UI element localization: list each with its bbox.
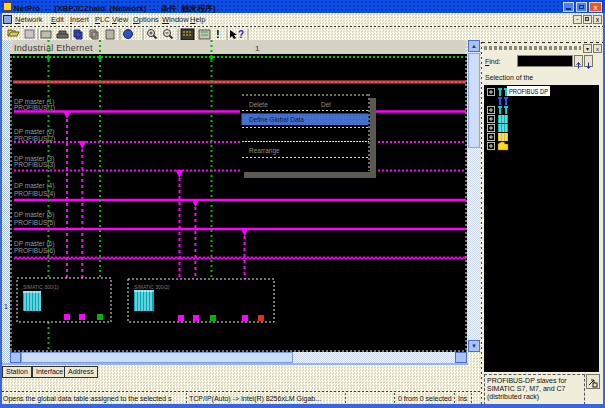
svg-text:Delete: Delete [249, 101, 268, 108]
svg-text:!: ! [216, 28, 220, 40]
svg-text:?: ? [238, 29, 244, 40]
svg-text:Define Global Data: Define Global Data [249, 116, 304, 123]
svg-text:PROFIBUS DP: PROFIBUS DP [509, 88, 548, 95]
svg-text:SIMATIC 300(1): SIMATIC 300(1) [23, 284, 59, 290]
svg-text:SIMATIC 300(2): SIMATIC 300(2) [134, 284, 170, 290]
svg-text:Del: Del [321, 101, 331, 108]
svg-text:Rearrange: Rearrange [249, 147, 280, 155]
svg-text:1: 1 [255, 44, 260, 53]
svg-text:Industrial Ethernet: Industrial Ethernet [14, 43, 93, 53]
